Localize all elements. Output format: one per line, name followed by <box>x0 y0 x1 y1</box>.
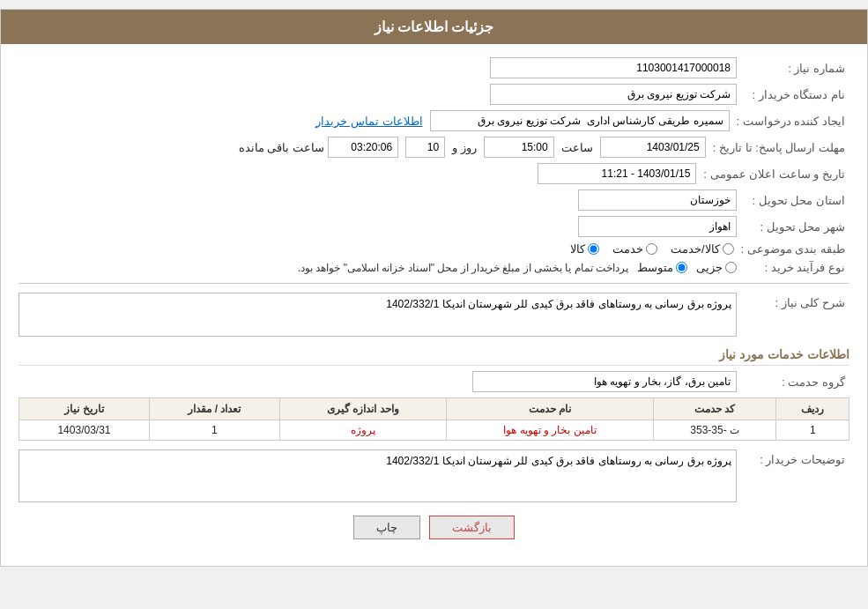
city-row: شهر محل تحویل : <box>19 216 849 237</box>
deadline-label: مهلت ارسال پاسخ: تا تاریخ : <box>713 141 849 154</box>
remaining-time-container: ساعت باقی مانده <box>239 137 398 158</box>
category-kala-khadamat-label: کالا/خدمت <box>671 242 720 256</box>
col-unit: واحد اندازه گیری <box>279 398 446 420</box>
category-kala[interactable]: کالا <box>570 242 599 256</box>
category-kala-label: کالا <box>570 242 585 256</box>
province-label: استان محل تحویل : <box>744 194 849 207</box>
services-section-title: اطلاعات خدمات مورد نیاز <box>19 347 849 366</box>
divider-1 <box>19 283 849 284</box>
category-kala-khadamat-radio[interactable] <box>723 243 734 255</box>
page-title: جزئیات اطلاعات نیاز <box>375 19 494 34</box>
deadline-days-input[interactable] <box>405 137 445 158</box>
announce-row: تاریخ و ساعت اعلان عمومی : <box>19 163 849 184</box>
deadline-row: مهلت ارسال پاسخ: تا تاریخ : ساعت روز و س… <box>19 137 849 158</box>
category-row: طبقه بندی موضوعی : کالا/خدمت خدمت کالا <box>19 242 849 256</box>
announce-input[interactable] <box>538 163 696 184</box>
back-button[interactable]: بازگشت <box>429 516 515 539</box>
need-number-row: شماره نیاز : <box>19 57 849 78</box>
need-desc-row: شرح کلی نیاز : پروژه برق رسانی به روستاه… <box>19 293 849 337</box>
buyer-desc-label: توضیحات خریدار : <box>744 449 849 466</box>
buyer-desc-row: توضیحات خریدار : پروژه برق رسانی به روست… <box>19 449 849 502</box>
category-khadamat-label: خدمت <box>612 242 643 256</box>
col-rownum: ردیف <box>776 398 849 420</box>
process-type-container: جزیی متوسط پرداخت تمام یا بخشی از مبلغ خ… <box>298 261 737 274</box>
need-number-label: شماره نیاز : <box>744 62 849 75</box>
process-jozyi-label: جزیی <box>696 261 723 274</box>
process-motavasset-label: متوسط <box>637 261 673 274</box>
category-kala-khadamat[interactable]: کالا/خدمت <box>671 242 734 256</box>
province-input[interactable] <box>578 189 737 211</box>
remaining-time-input[interactable] <box>328 137 398 158</box>
process-jozyi[interactable]: جزیی <box>696 261 737 274</box>
category-kala-radio[interactable] <box>588 243 599 255</box>
service-group-row: گروه حدمت : <box>19 371 849 392</box>
col-code: کد حدمت <box>653 398 776 420</box>
category-radio-group: کالا/خدمت خدمت کالا <box>570 242 734 256</box>
services-table: ردیف کد حدمت نام حدمت واحد اندازه گیری ت… <box>19 397 849 441</box>
process-note: پرداخت تمام یا بخشی از مبلغ خریدار از مح… <box>298 262 628 274</box>
col-name: نام حدمت <box>447 398 654 420</box>
deadline-time-input[interactable] <box>484 137 554 158</box>
need-number-input[interactable] <box>490 57 737 78</box>
deadline-time-label: ساعت <box>561 141 593 154</box>
buyer-desc-textarea[interactable]: پروژه برق رسانی به روستاهای فاقد برق کید… <box>19 449 737 502</box>
process-jozyi-radio[interactable] <box>725 262 737 273</box>
print-button[interactable]: چاپ <box>353 516 420 539</box>
category-khadamat-radio[interactable] <box>646 243 657 255</box>
province-row: استان محل تحویل : <box>19 189 849 211</box>
category-khadamat[interactable]: خدمت <box>612 242 657 256</box>
city-label: شهر محل تحویل : <box>744 220 849 234</box>
need-desc-label: شرح کلی نیاز : <box>744 293 849 309</box>
page-wrapper: جزئیات اطلاعات نیاز شماره نیاز : نام دست… <box>0 9 868 567</box>
service-group-input[interactable] <box>472 371 737 392</box>
main-content: شماره نیاز : نام دستگاه خریدار : ایجاد ک… <box>1 44 867 566</box>
table-header-row: ردیف کد حدمت نام حدمت واحد اندازه گیری ت… <box>19 398 849 420</box>
process-row: نوع فرآیند خرید : جزیی متوسط پرداخت تمام… <box>19 261 849 274</box>
contact-link[interactable]: اطلاعات تماس خریدار <box>315 115 422 128</box>
page-header: جزئیات اطلاعات نیاز <box>1 10 867 44</box>
creator-row: ایجاد کننده درخواست : اطلاعات تماس خریدا… <box>19 110 849 131</box>
buyer-org-label: نام دستگاه خریدار : <box>744 88 849 101</box>
bottom-buttons: بازگشت چاپ <box>19 516 849 539</box>
service-group-label: گروه حدمت : <box>744 375 849 389</box>
need-desc-textarea[interactable]: پروژه برق رسانی به روستاهای فاقد برق کید… <box>19 293 737 337</box>
col-qty: تعداد / مقدار <box>149 398 279 420</box>
category-label: طبقه بندی موضوعی : <box>741 242 849 256</box>
buyer-org-input[interactable] <box>490 84 737 105</box>
buyer-org-row: نام دستگاه خریدار : <box>19 84 849 105</box>
city-input[interactable] <box>578 216 737 237</box>
deadline-days-label: روز و <box>452 141 477 154</box>
deadline-date-input[interactable] <box>600 137 706 158</box>
process-motavasset[interactable]: متوسط <box>637 261 687 274</box>
process-label: نوع فرآیند خرید : <box>744 261 849 274</box>
process-motavasset-radio[interactable] <box>676 262 687 273</box>
creator-label: ایجاد کننده درخواست : <box>737 115 849 128</box>
table-row: 1ت -35-353تامین بخار و تهویه هواپروژه114… <box>19 420 849 441</box>
announce-label: تاریخ و ساعت اعلان عمومی : <box>703 167 849 181</box>
remaining-label: ساعت باقی مانده <box>239 141 324 154</box>
col-date: تاریخ نیاز <box>19 398 150 420</box>
creator-input[interactable] <box>430 110 730 131</box>
